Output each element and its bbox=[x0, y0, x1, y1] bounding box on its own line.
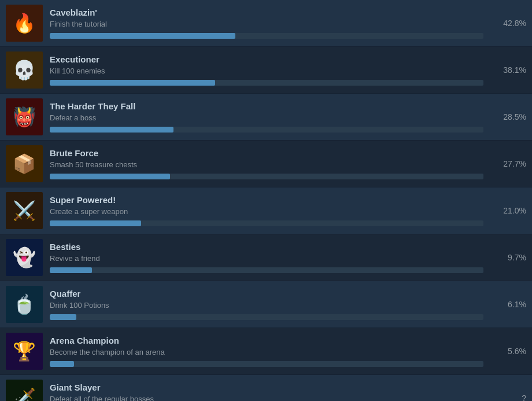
achievement-icon-quaffer: 🍵 bbox=[6, 286, 43, 323]
achievement-row-quaffer[interactable]: 🍵QuafferDrink 100 Potions6.1% bbox=[0, 281, 532, 328]
progress-bar-bg-brute-force bbox=[50, 174, 483, 179]
achievement-desc-harder-fall: Defeat a boss bbox=[50, 113, 486, 122]
achievement-icon-harder-fall: 👹 bbox=[6, 98, 43, 135]
achievement-desc-arena-champion: Become the champion of an arena bbox=[50, 348, 486, 356]
achievement-title-caveblazin: Caveblazin' bbox=[50, 8, 486, 17]
achievement-row-caveblazin[interactable]: 🔥Caveblazin'Finish the tutorial42.8% bbox=[0, 0, 532, 47]
progress-bar-fill-super-powered bbox=[50, 220, 141, 226]
achievement-percent-executioner: 38.1% bbox=[497, 65, 526, 75]
achievement-title-quaffer: Quaffer bbox=[50, 289, 486, 299]
achievement-title-brute-force: Brute Force bbox=[50, 148, 486, 158]
achievement-info-harder-fall: The Harder They FallDefeat a boss bbox=[50, 101, 486, 133]
achievement-info-besties: BestiesRevive a friend bbox=[50, 242, 486, 273]
achievement-icon-super-powered: ⚔️ bbox=[6, 192, 43, 229]
achievement-info-executioner: ExecutionerKill 100 enemies bbox=[50, 54, 486, 86]
progress-bar-fill-executioner bbox=[50, 80, 215, 86]
achievement-info-quaffer: QuafferDrink 100 Potions bbox=[50, 289, 486, 320]
progress-bar-bg-executioner bbox=[50, 80, 483, 86]
achievement-row-super-powered[interactable]: ⚔️Super Powered!Create a super weapon21.… bbox=[0, 187, 532, 234]
achievement-percent-besties: 9.7% bbox=[497, 253, 526, 262]
achievement-percent-brute-force: 27.7% bbox=[497, 159, 526, 168]
achievement-desc-executioner: Kill 100 enemies bbox=[50, 67, 486, 75]
achievement-title-arena-champion: Arena Champion bbox=[50, 336, 486, 345]
progress-bar-bg-harder-fall bbox=[50, 127, 483, 133]
achievement-title-giant-slayer: Giant Slayer bbox=[50, 382, 486, 392]
achievement-percent-arena-champion: 5.6% bbox=[497, 347, 526, 356]
progress-bar-bg-quaffer bbox=[50, 314, 483, 320]
progress-bar-fill-harder-fall bbox=[50, 127, 173, 133]
achievement-row-giant-slayer[interactable]: 🗡️Giant SlayerDefeat all of the regular … bbox=[0, 375, 532, 401]
achievement-desc-besties: Revive a friend bbox=[50, 254, 486, 263]
achievement-row-harder-fall[interactable]: 👹The Harder They FallDefeat a boss28.5% bbox=[0, 94, 532, 141]
achievement-row-executioner[interactable]: 💀ExecutionerKill 100 enemies38.1% bbox=[0, 47, 532, 94]
achievement-icon-arena-champion: 🏆 bbox=[6, 333, 43, 370]
achievement-list: 🔥Caveblazin'Finish the tutorial42.8%💀Exe… bbox=[0, 0, 532, 401]
achievement-icon-brute-force: 📦 bbox=[6, 145, 43, 182]
progress-bar-fill-quaffer bbox=[50, 314, 76, 320]
achievement-info-arena-champion: Arena ChampionBecome the champion of an … bbox=[50, 336, 486, 367]
achievement-title-executioner: Executioner bbox=[50, 54, 486, 64]
achievement-icon-besties: 👻 bbox=[6, 239, 43, 276]
achievement-icon-executioner: 💀 bbox=[6, 51, 43, 89]
progress-bar-fill-besties bbox=[50, 267, 92, 273]
achievement-title-harder-fall: The Harder They Fall bbox=[50, 101, 486, 111]
achievement-percent-super-powered: 21.0% bbox=[497, 206, 526, 215]
progress-bar-bg-besties bbox=[50, 267, 483, 273]
achievement-desc-super-powered: Create a super weapon bbox=[50, 207, 486, 216]
achievement-info-caveblazin: Caveblazin'Finish the tutorial bbox=[50, 8, 486, 39]
progress-bar-fill-arena-champion bbox=[50, 361, 74, 367]
progress-bar-bg-arena-champion bbox=[50, 361, 483, 367]
achievement-icon-giant-slayer: 🗡️ bbox=[6, 380, 43, 401]
achievement-info-brute-force: Brute ForceSmash 50 treasure chests bbox=[50, 148, 486, 179]
achievement-desc-caveblazin: Finish the tutorial bbox=[50, 20, 486, 28]
achievement-title-super-powered: Super Powered! bbox=[50, 195, 486, 205]
progress-bar-bg-super-powered bbox=[50, 220, 483, 226]
achievement-info-giant-slayer: Giant SlayerDefeat all of the regular bo… bbox=[50, 382, 486, 401]
achievement-icon-caveblazin: 🔥 bbox=[6, 5, 43, 42]
achievement-title-besties: Besties bbox=[50, 242, 486, 252]
achievement-percent-giant-slayer: ? bbox=[497, 393, 526, 401]
achievement-percent-harder-fall: 28.5% bbox=[497, 112, 526, 122]
achievement-desc-quaffer: Drink 100 Potions bbox=[50, 301, 486, 310]
achievement-percent-quaffer: 6.1% bbox=[497, 300, 526, 309]
achievement-row-brute-force[interactable]: 📦Brute ForceSmash 50 treasure chests27.7… bbox=[0, 141, 532, 187]
achievement-row-arena-champion[interactable]: 🏆Arena ChampionBecome the champion of an… bbox=[0, 328, 532, 375]
progress-bar-fill-brute-force bbox=[50, 174, 170, 179]
progress-bar-bg-caveblazin bbox=[50, 33, 483, 39]
achievement-row-besties[interactable]: 👻BestiesRevive a friend9.7% bbox=[0, 234, 532, 281]
achievement-desc-brute-force: Smash 50 treasure chests bbox=[50, 160, 486, 169]
progress-bar-fill-caveblazin bbox=[50, 33, 235, 39]
achievement-info-super-powered: Super Powered!Create a super weapon bbox=[50, 195, 486, 226]
achievement-desc-giant-slayer: Defeat all of the regular bosses bbox=[50, 395, 486, 401]
achievement-percent-caveblazin: 42.8% bbox=[497, 19, 526, 28]
